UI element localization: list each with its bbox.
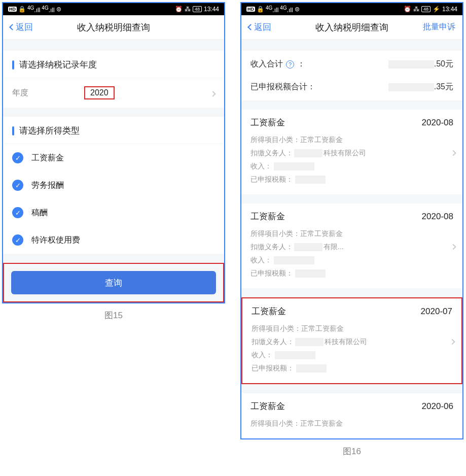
- alarm-icon: ⏰: [175, 6, 183, 13]
- status-time: 13:44: [204, 6, 219, 13]
- record-date: 2020-06: [422, 401, 453, 412]
- battery-icon: 48: [421, 6, 431, 12]
- back-label: 返回: [254, 21, 271, 33]
- hd-icon: HD: [246, 7, 255, 12]
- page-title: 收入纳税明细查询: [315, 21, 388, 33]
- record-income: 收入：: [252, 349, 452, 362]
- tax-total-label: 已申报税额合计：: [250, 82, 315, 92]
- back-label: 返回: [16, 21, 33, 33]
- type-label: 特许权使用费: [31, 235, 80, 246]
- year-value: 2020: [84, 86, 115, 99]
- back-button[interactable]: 返回: [10, 21, 33, 33]
- year-label: 年度: [12, 88, 28, 98]
- income-total-row: 收入合计 ? ： .50元: [241, 53, 462, 76]
- record-title: 工资薪金: [250, 211, 285, 222]
- redacted-value: [388, 83, 434, 91]
- signal-4g-icon-2: 4G.ıll: [280, 5, 293, 14]
- nav-bar: 返回 收入纳税明细查询: [3, 15, 224, 40]
- hd-icon: HD: [8, 7, 17, 12]
- check-icon: ✓: [12, 234, 23, 246]
- status-bar: HD 🔒 4G.ıll 4G.ıll ⊜ ⏰ ⁂ 48 13:44: [3, 3, 224, 15]
- record-subtype: 所得项目小类：正常工资薪金: [250, 417, 453, 430]
- figure-caption-15: 图15: [104, 310, 123, 321]
- income-total-value: .50元: [388, 59, 453, 70]
- redacted-value: [388, 60, 434, 69]
- tax-total-value: .35元: [388, 82, 453, 92]
- query-button-wrapper: 查询: [3, 263, 224, 302]
- lock-icon: 🔒: [257, 6, 264, 13]
- battery-icon: 48: [193, 6, 202, 12]
- wifi-icon: ⊜: [295, 6, 300, 13]
- phone-left: HD 🔒 4G.ıll 4G.ıll ⊜ ⏰ ⁂ 48 13:44 返回 收入纳…: [2, 2, 225, 303]
- section-type-header: 请选择所得类型: [3, 117, 224, 144]
- chevron-right-icon: [451, 241, 455, 251]
- record-subtype: 所得项目小类：正常工资薪金: [250, 227, 453, 241]
- bluetooth-icon: ⁂: [413, 6, 419, 13]
- query-button[interactable]: 查询: [11, 271, 216, 294]
- chevron-left-icon: [247, 24, 254, 30]
- status-bar: HD 🔒 4G.ıll 4G.ıll ⊜ ⏰ ⁂ 48 ⚡ 13:44: [241, 3, 462, 15]
- page-title: 收入纳税明细查询: [77, 21, 150, 33]
- type-label: 稿酬: [31, 208, 48, 218]
- wifi-icon: ⊜: [56, 6, 61, 13]
- figure-caption-16: 图16: [343, 446, 361, 457]
- record-title: 工资薪金: [250, 117, 285, 128]
- charging-icon: ⚡: [433, 6, 440, 13]
- record-title: 工资薪金: [250, 400, 285, 412]
- record-item[interactable]: 工资薪金 2020-06 所得项目小类：正常工资薪金: [241, 393, 462, 438]
- record-item[interactable]: 工资薪金 2020-08 所得项目小类：正常工资薪金 扣缴义务人：有限... 收…: [241, 203, 462, 288]
- status-time: 13:44: [442, 6, 457, 13]
- chevron-right-icon: [450, 335, 454, 346]
- bluetooth-icon: ⁂: [185, 6, 191, 13]
- record-tax: 已申报税额：: [250, 267, 453, 280]
- tax-total-row: 已申报税额合计： .35元: [241, 76, 462, 98]
- type-item-license[interactable]: ✓ 特许权使用费: [3, 226, 224, 254]
- help-icon[interactable]: ?: [286, 60, 294, 69]
- income-type-list: ✓ 工资薪金 ✓ 劳务报酬 ✓ 稿酬 ✓ 特许权使用费: [3, 144, 224, 254]
- record-item[interactable]: 工资薪金 2020-08 所得项目小类：正常工资薪金 扣缴义务人：科技有限公司 …: [241, 110, 462, 194]
- record-tax: 已申报税额：: [252, 362, 452, 375]
- type-item-service[interactable]: ✓ 劳务报酬: [3, 172, 224, 199]
- signal-4g-icon: 4G.ıll: [27, 5, 40, 14]
- chevron-left-icon: [9, 24, 16, 30]
- alarm-icon: ⏰: [404, 6, 411, 13]
- income-total-label: 收入合计: [250, 59, 283, 70]
- lock-icon: 🔒: [18, 6, 26, 13]
- record-title: 工资薪金: [252, 305, 286, 317]
- type-label: 劳务报酬: [31, 180, 64, 191]
- chevron-right-icon: [451, 147, 455, 157]
- record-date: 2020-08: [422, 118, 453, 128]
- nav-bar: 返回 收入纳税明细查询 批量申诉: [241, 15, 462, 40]
- section-year-header: 请选择纳税记录年度: [3, 51, 224, 78]
- record-date: 2020-08: [422, 212, 453, 222]
- summary-block: 收入合计 ? ： .50元 已申报税额合计： .35元: [241, 51, 462, 100]
- type-label: 工资薪金: [31, 153, 64, 163]
- record-income: 收入：: [250, 254, 453, 267]
- record-subtype: 所得项目小类：正常工资薪金: [252, 322, 452, 335]
- phone-right: HD 🔒 4G.ıll 4G.ıll ⊜ ⏰ ⁂ 48 ⚡ 13:44 返回 收…: [240, 2, 463, 439]
- chevron-right-icon: [211, 88, 215, 98]
- record-agent: 扣缴义务人：科技有限公司: [252, 335, 452, 349]
- record-income: 收入：: [250, 160, 453, 173]
- batch-appeal-button[interactable]: 批量申诉: [423, 22, 455, 32]
- back-button[interactable]: 返回: [248, 21, 271, 33]
- signal-4g-icon: 4G.ıll: [266, 5, 278, 14]
- record-agent: 扣缴义务人：科技有限公司: [250, 147, 453, 160]
- check-icon: ✓: [12, 207, 23, 218]
- type-item-royalty[interactable]: ✓ 稿酬: [3, 199, 224, 226]
- record-subtype: 所得项目小类：正常工资薪金: [250, 133, 453, 147]
- record-list: 工资薪金 2020-08 所得项目小类：正常工资薪金 扣缴义务人：科技有限公司 …: [241, 100, 462, 438]
- type-item-salary[interactable]: ✓ 工资薪金: [3, 144, 224, 172]
- record-tax: 已申报税额：: [250, 173, 453, 186]
- year-selector[interactable]: 年度 2020: [3, 78, 224, 108]
- record-item[interactable]: 工资薪金 2020-07 所得项目小类：正常工资薪金 扣缴义务人：科技有限公司 …: [241, 297, 462, 384]
- record-agent: 扣缴义务人：有限...: [250, 241, 453, 254]
- signal-4g-icon-2: 4G.ıll: [42, 5, 54, 14]
- check-icon: ✓: [12, 180, 23, 191]
- check-icon: ✓: [12, 152, 23, 163]
- record-date: 2020-07: [421, 307, 452, 317]
